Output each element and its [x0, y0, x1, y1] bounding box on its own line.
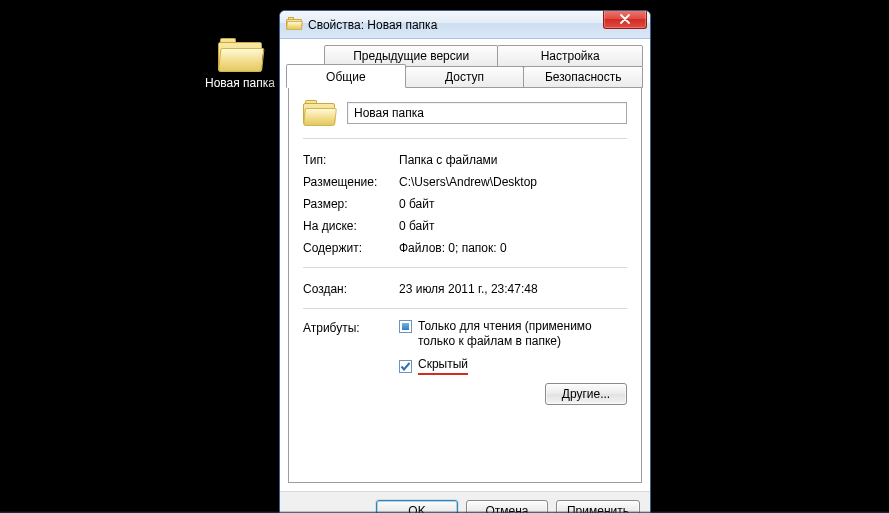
properties-dialog: Свойства: Новая папка Предыдущие версии … [279, 10, 651, 513]
label-ondisk: На диске: [303, 219, 399, 233]
tab-sharing[interactable]: Доступ [405, 66, 525, 88]
row-size: Размер: 0 байт [303, 193, 627, 215]
checkbox-readonly-row[interactable]: Только для чтения (применимо только к фа… [399, 319, 627, 349]
tab-strip: Предыдущие версии Настройка Общие Доступ… [288, 45, 642, 483]
value-size: 0 байт [399, 197, 627, 211]
value-location: C:\Users\Andrew\Desktop [399, 175, 627, 189]
label-size: Размер: [303, 197, 399, 211]
tab-general[interactable]: Общие [286, 64, 406, 88]
checkbox-hidden-row[interactable]: Скрытый [399, 357, 627, 375]
label-type: Тип: [303, 153, 399, 167]
desktop-folder-icon[interactable]: Новая папка [200, 38, 280, 90]
folder-icon [218, 38, 262, 72]
checkbox-readonly[interactable] [399, 320, 412, 333]
row-type: Тип: Папка с файлами [303, 149, 627, 171]
check-icon [400, 361, 411, 372]
label-contains: Содержит: [303, 241, 399, 255]
desktop-folder-label: Новая папка [200, 76, 280, 90]
window-title: Свойства: Новая папка [308, 18, 644, 32]
folder-large-icon [303, 100, 335, 126]
checkbox-hidden[interactable] [399, 360, 412, 373]
folder-name-input[interactable] [347, 102, 627, 124]
title-bar[interactable]: Свойства: Новая папка [280, 11, 650, 39]
close-icon [620, 14, 630, 24]
titlebar-folder-icon [286, 17, 302, 33]
tab-customize[interactable]: Настройка [497, 45, 643, 67]
label-created: Создан: [303, 282, 399, 296]
dialog-button-bar: OK Отмена Применить [280, 491, 650, 513]
close-button[interactable] [603, 10, 647, 29]
value-type: Папка с файлами [399, 153, 627, 167]
value-ondisk: 0 байт [399, 219, 627, 233]
row-ondisk: На диске: 0 байт [303, 215, 627, 237]
checkbox-hidden-label: Скрытый [418, 357, 468, 375]
tab-panel-general: Тип: Папка с файлами Размещение: C:\User… [288, 87, 642, 483]
separator [303, 138, 627, 139]
others-button[interactable]: Другие... [545, 383, 627, 405]
checkbox-readonly-label: Только для чтения (применимо только к фа… [418, 319, 627, 349]
tab-security[interactable]: Безопасность [523, 66, 643, 88]
value-contains: Файлов: 0; папок: 0 [399, 241, 627, 255]
label-location: Размещение: [303, 175, 399, 189]
value-created: 23 июля 2011 г., 23:47:48 [399, 282, 627, 296]
row-contains: Содержит: Файлов: 0; папок: 0 [303, 237, 627, 259]
row-location: Размещение: C:\Users\Andrew\Desktop [303, 171, 627, 193]
separator [303, 267, 627, 268]
label-attributes: Атрибуты: [303, 319, 399, 405]
attributes-block: Атрибуты: Только для чтения (применимо т… [303, 319, 627, 405]
separator [303, 308, 627, 309]
row-created: Создан: 23 июля 2011 г., 23:47:48 [303, 278, 627, 300]
